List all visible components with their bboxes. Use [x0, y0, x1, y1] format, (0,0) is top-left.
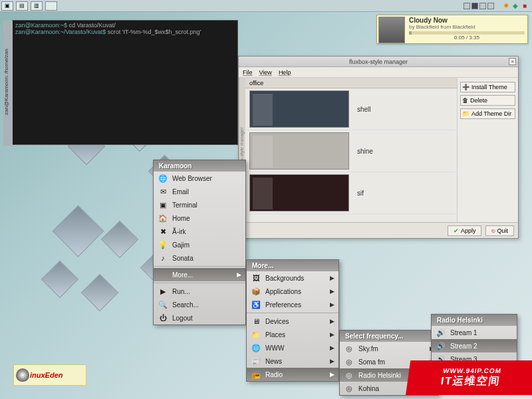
- menu-item[interactable]: ♪Sonata: [154, 251, 245, 265]
- menu-item[interactable]: 🏠Home: [154, 211, 245, 225]
- menu-item-label: Gajim: [172, 241, 241, 249]
- menu-item-label: Sky.fm: [358, 345, 430, 352]
- menu-item-label: Email: [172, 188, 241, 196]
- root-menu: Karamoon 🌐Web Browser✉Email▣Terminal🏠Hom…: [153, 160, 246, 325]
- menu-item[interactable]: ◎Sky.fm▶: [340, 342, 438, 355]
- terminal-prompt: zan@Karamoon:~$: [15, 22, 68, 29]
- menu-item[interactable]: ▣Terminal: [154, 198, 245, 211]
- menu-item-icon: ⏻: [158, 313, 168, 323]
- menubar: File View Help: [239, 67, 518, 78]
- menu-item[interactable]: 🌐WWW▶: [247, 341, 338, 354]
- menu-item-label: Run...: [172, 288, 241, 295]
- menu-item[interactable]: 📰News▶: [247, 354, 338, 368]
- theme-name: shell: [357, 106, 371, 113]
- trash-icon: 🗑: [462, 97, 468, 104]
- terminal-prompt: zan@Karamoon:~/Varasto/Kuvat$: [15, 29, 108, 35]
- more-submenu: More... 🖼Backgrounds▶📦Applications▶♿Pref…: [246, 259, 339, 382]
- menu-help[interactable]: Help: [279, 69, 291, 76]
- menu-item[interactable]: 🔊Stream 1: [432, 326, 517, 339]
- terminal-window[interactable]: zan@Karamoon: /home/zan zan@Karamoon:~$ …: [12, 20, 238, 145]
- menu-item-label: News: [265, 358, 330, 365]
- menu-item-icon: 📰: [251, 356, 261, 366]
- tray-icon[interactable]: ◆: [511, 2, 519, 10]
- action-panel: ➕Install Theme 🗑Delete 📁Add Theme Dir: [457, 78, 518, 222]
- menu-item-icon: 🔍: [158, 299, 168, 310]
- menu-item-icon: 🌐: [251, 342, 261, 353]
- submenu-arrow-icon: ▶: [330, 371, 334, 378]
- submenu-arrow-icon: ▶: [330, 275, 334, 281]
- system-tray: ✸ ◆ ■: [501, 2, 529, 10]
- delete-theme-button[interactable]: 🗑Delete: [460, 95, 515, 106]
- theme-thumbnail: [249, 90, 349, 128]
- menu-item[interactable]: 📦Applications▶: [247, 285, 338, 298]
- menu-item-icon: 🖥: [251, 316, 261, 327]
- theme-row[interactable]: shell: [245, 88, 457, 130]
- theme-row[interactable]: shine: [245, 130, 457, 172]
- menu-item[interactable]: 🔊Stream 2: [432, 339, 517, 352]
- tray-icon[interactable]: ■: [521, 2, 529, 10]
- apply-button[interactable]: ✔Apply: [448, 225, 482, 236]
- theme-row[interactable]: sif: [245, 172, 457, 214]
- track-artist: by Blackfield from Blackfield: [409, 24, 525, 30]
- taskbar: ▣ ▤ ▥ ✸ ◆ ■: [0, 0, 532, 12]
- add-theme-dir-button[interactable]: 📁Add Theme Dir: [460, 108, 515, 119]
- style-manager-window: fluxbox-style manager × File View Help f…: [238, 56, 519, 239]
- menu-item-icon: 🖼: [251, 273, 261, 283]
- menu-item[interactable]: ⏻Logout: [154, 311, 245, 325]
- menu-item[interactable]: ▶Run...: [154, 285, 245, 298]
- menu-file[interactable]: File: [243, 69, 253, 76]
- taskbar-item[interactable]: ▤: [16, 1, 28, 11]
- menu-item-icon: [158, 269, 168, 280]
- menu-item-label: Search...: [172, 301, 241, 309]
- menu-item[interactable]: 🖼Backgrounds▶: [247, 271, 338, 285]
- window-title: fluxbox-style manager: [349, 59, 408, 65]
- menu-item-label: Backgrounds: [265, 275, 330, 282]
- tray-icon[interactable]: ✸: [502, 2, 510, 10]
- progress-bar[interactable]: [409, 31, 525, 35]
- watermark-url: WWW.94IP.COM: [442, 367, 501, 374]
- taskbar-item[interactable]: [45, 1, 57, 11]
- menu-item-icon: ♿: [251, 299, 261, 310]
- menu-item-label: More...: [172, 271, 237, 279]
- menu-item-icon: 🔊: [436, 327, 446, 338]
- menu-item[interactable]: 🌐Web Browser: [154, 172, 245, 185]
- menu-item[interactable]: 💡Gajim: [154, 238, 245, 251]
- taskbar-item[interactable]: ▣: [1, 1, 13, 11]
- menu-item[interactable]: 📻Radio▶: [247, 368, 338, 381]
- submenu-arrow-icon: ▶: [330, 344, 334, 351]
- menu-item-icon: ◎: [344, 356, 354, 367]
- window-titlebar[interactable]: fluxbox-style manager ×: [239, 57, 518, 67]
- taskbar-item[interactable]: ▥: [31, 1, 43, 11]
- menu-item[interactable]: ✖Ã-irk: [154, 225, 245, 238]
- menu-item[interactable]: 🔍Search...: [154, 298, 245, 311]
- terminal-command: scrot 'IT-%m-%d_$wx$h_scrot.png': [108, 29, 201, 35]
- menu-item-icon: 📁: [251, 329, 261, 340]
- workspace-pager[interactable]: [463, 3, 495, 9]
- menu-item-label: Devices: [265, 318, 330, 325]
- progress-fill: [409, 31, 412, 35]
- quit-button[interactable]: ⎋Quit: [485, 225, 514, 236]
- menu-item[interactable]: 🖥Devices▶: [247, 315, 338, 328]
- menu-item-label: Home: [172, 215, 241, 222]
- install-theme-button[interactable]: ➕Install Theme: [460, 82, 515, 92]
- submenu-arrow-icon: ▶: [330, 358, 334, 364]
- menu-item[interactable]: 📁Places▶: [247, 328, 338, 341]
- menu-item-icon: ◎: [344, 343, 354, 354]
- terminal-titlebar[interactable]: zan@Karamoon: /home/zan: [3, 21, 13, 146]
- album-art: [378, 17, 405, 43]
- category-tab[interactable]: office: [245, 78, 457, 88]
- menu-view[interactable]: View: [259, 69, 272, 76]
- theme-name: shine: [357, 148, 373, 155]
- close-icon[interactable]: ×: [509, 58, 516, 65]
- menu-item[interactable]: ♿Preferences▶: [247, 298, 338, 311]
- menu-item[interactable]: ✉Email: [154, 185, 245, 198]
- menu-item[interactable]: More...▶: [154, 268, 245, 281]
- menu-item-label: Web Browser: [172, 175, 241, 182]
- menu-title: Select frequency...: [340, 331, 438, 342]
- exit-icon: ⎋: [491, 227, 495, 234]
- menu-item-icon: ▣: [158, 200, 168, 210]
- submenu-arrow-icon: ▶: [330, 288, 334, 295]
- menu-item-label: Terminal: [172, 201, 241, 209]
- music-player[interactable]: Cloudy Now by Blackfield from Blackfield…: [376, 15, 528, 44]
- track-time: 0:05 / 3:35: [409, 35, 525, 41]
